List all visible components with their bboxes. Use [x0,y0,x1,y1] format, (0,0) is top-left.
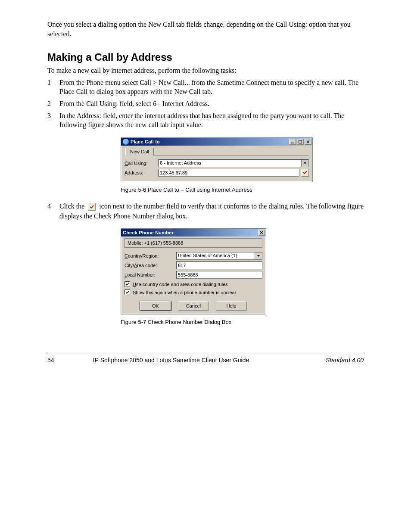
address-label: Address: [125,170,158,175]
step-text: Click the icon next to the number field … [59,202,364,221]
ok-button[interactable]: OK [140,301,171,311]
checkbox-icon [125,289,130,295]
show-again-checkbox[interactable]: Show this again when a phone number is u… [125,289,262,295]
local-number-input[interactable] [176,271,262,279]
checkmark-icon [303,170,307,175]
summary-box: Mobile: +1 (617) 555-8888 [125,238,262,248]
window-title: Place Call to [131,139,289,144]
step-text: From the Call Using: field, select 6 - I… [59,99,364,109]
local-number-label: Local Number: [125,272,176,277]
address-input[interactable] [158,169,299,177]
titlebar[interactable]: Place Call to [121,138,312,146]
footer-title: IP Softphone 2050 and Lotus Sametime Cli… [65,357,277,364]
step-item: 1 From the Phone menu select Call > New … [47,78,364,96]
close-button[interactable] [258,230,265,236]
footer-divider [47,353,364,353]
area-code-input[interactable] [176,261,262,269]
titlebar[interactable]: Check Phone Number [121,229,266,236]
area-code-label: City/Area code: [125,263,176,268]
page-footer: 54 IP Softphone 2050 and Lotus Sametime … [47,357,364,364]
step-item: 3 In the Address: field, enter the inter… [47,111,364,130]
checkmark-icon [88,203,96,211]
help-button[interactable]: Help [216,301,247,311]
place-call-dialog: Place Call to New Call [121,137,313,182]
use-dialing-rules-checkbox[interactable]: Use country code and area code dialing r… [125,281,262,287]
page-number: 54 [47,357,65,364]
app-icon [123,139,129,145]
country-select[interactable]: United States of America (1) [176,252,262,260]
country-label: Country/Region: [125,253,176,258]
window-title: Check Phone Number [123,230,258,235]
footer-version: Standard 4.00 [277,357,364,364]
figure-caption: Figure 5-6 Place Call to – Call using In… [121,187,252,193]
maximize-button[interactable] [297,139,304,145]
checkbox-icon [125,281,130,287]
section-subtext: To make a new call by internet address, … [47,66,364,75]
chevron-down-icon[interactable] [301,160,308,167]
tab-new-call[interactable]: New Call [125,148,154,156]
intro-text: Once you select a dialing option the New… [47,20,364,38]
close-button[interactable] [305,139,311,145]
svg-rect-1 [299,140,302,143]
step-item: 4 Click the icon next to the number fiel… [47,202,364,221]
figure-caption: Figure 5-7 Check Phone Number Dialog Box [121,319,231,325]
step-text: In the Address: field, enter the interne… [59,111,364,130]
check-number-button[interactable] [301,169,309,177]
step-item: 2 From the Call Using: field, select 6 -… [47,99,364,109]
cancel-button[interactable]: Cancel [178,301,209,311]
call-using-select[interactable]: 6 - Internet Address [158,159,309,167]
call-using-label: Call Using: [125,161,158,166]
check-phone-dialog: Check Phone Number Mobile: +1 (617) 555-… [121,228,266,314]
step-text: From the Phone menu select Call > New Ca… [59,78,364,96]
section-heading: Making a Call by Address [47,51,364,63]
chevron-down-icon[interactable] [255,252,262,259]
minimize-button[interactable] [289,139,296,145]
tab-bar: New Call [125,147,309,156]
svg-rect-0 [291,143,294,143]
